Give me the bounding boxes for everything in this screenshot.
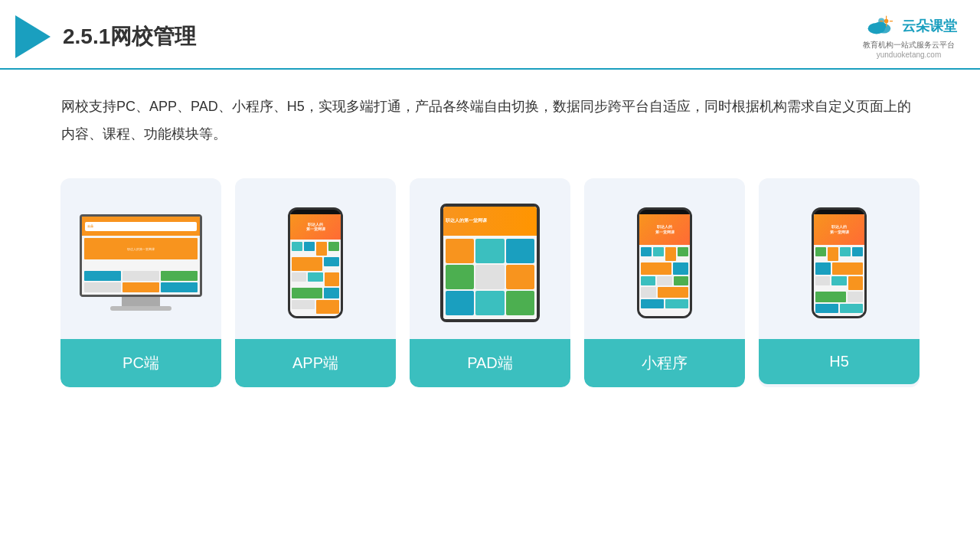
pad-device: 职达人的第一堂网课 [440,204,540,322]
pad-screen: 职达人的第一堂网课 [443,207,537,319]
pc-base [110,306,172,311]
pc-screen-top: 云朵 [82,217,200,236]
card-pc: 云朵 职达人的第一堂网课 [60,178,221,387]
pc-screen-content: 职达人的第一堂网课 [82,236,200,295]
phone-banner: 职达人的第一堂网课 [290,214,341,240]
card-pad-label: PAD端 [410,339,570,387]
card-miniprogram-label: 小程序 [584,339,745,387]
h5-body [814,245,864,316]
card-h5-label: H5 [759,339,920,384]
miniprogram-phone-body: 职达人的第一堂网课 [637,207,692,318]
pc-screen: 云朵 职达人的第一堂网课 [82,217,200,295]
miniprogram-device: 职达人的第一堂网课 [637,207,692,318]
cloud-logo: 云朵课堂 [861,14,957,38]
page-header: 2.5.1网校管理 云朵课堂 教育机构一站式服务云平台 yunduoketang… [0,0,980,70]
miniprogram-body [639,245,690,316]
h5-banner: 职达人的第一堂网课 [814,214,864,245]
page-title: 2.5.1网校管理 [63,22,196,51]
pc-device: 云朵 职达人的第一堂网课 [80,214,202,311]
card-miniprogram: 职达人的第一堂网课 [584,178,745,387]
pad-content [443,236,537,319]
svg-point-3 [874,21,887,30]
card-pc-label: PC端 [60,339,221,387]
miniprogram-screen: 职达人的第一堂网课 [639,214,690,316]
phone-screen-body [290,240,341,316]
pc-stand [122,297,160,306]
miniprogram-banner: 职达人的第一堂网课 [639,214,690,245]
card-h5: 职达人的第一堂网课 [759,178,920,387]
header-left: 2.5.1网校管理 [15,15,196,58]
card-app: 职达人的第一堂网课 [235,178,396,387]
card-miniprogram-image: 职达人的第一堂网课 [584,178,745,339]
h5-phone-body: 职达人的第一堂网课 [812,207,867,318]
logo-name: 云朵课堂 [902,17,957,35]
logo-tagline: 教育机构一站式服务云平台 [863,40,955,51]
card-h5-image: 职达人的第一堂网课 [759,178,920,339]
brand-triangle-icon [15,15,51,58]
svg-point-8 [884,19,889,24]
app-device: 职达人的第一堂网课 [288,207,343,318]
cloud-icon [861,14,897,38]
phone-body: 职达人的第一堂网课 [288,207,343,318]
h5-device: 职达人的第一堂网课 [812,207,867,318]
phone-screen: 职达人的第一堂网课 [290,214,341,316]
description-text: 网校支持PC、APP、PAD、小程序、H5，实现多端打通，产品各终端自由切换，数… [0,70,980,155]
h5-screen: 职达人的第一堂网课 [814,214,864,316]
cards-container: 云朵 职达人的第一堂网课 [0,155,980,410]
card-pad: 职达人的第一堂网课 [410,178,570,387]
card-pc-image: 云朵 职达人的第一堂网课 [60,178,221,339]
pad-banner: 职达人的第一堂网课 [443,207,537,236]
header-right: 云朵课堂 教育机构一站式服务云平台 yunduoketang.com [861,14,957,59]
card-pad-image: 职达人的第一堂网课 [410,178,570,339]
card-app-image: 职达人的第一堂网课 [235,178,396,339]
card-app-label: APP端 [235,339,396,387]
pad-body: 职达人的第一堂网课 [440,204,540,322]
pc-monitor: 云朵 职达人的第一堂网课 [80,214,202,297]
logo-url: yunduoketang.com [877,51,942,59]
